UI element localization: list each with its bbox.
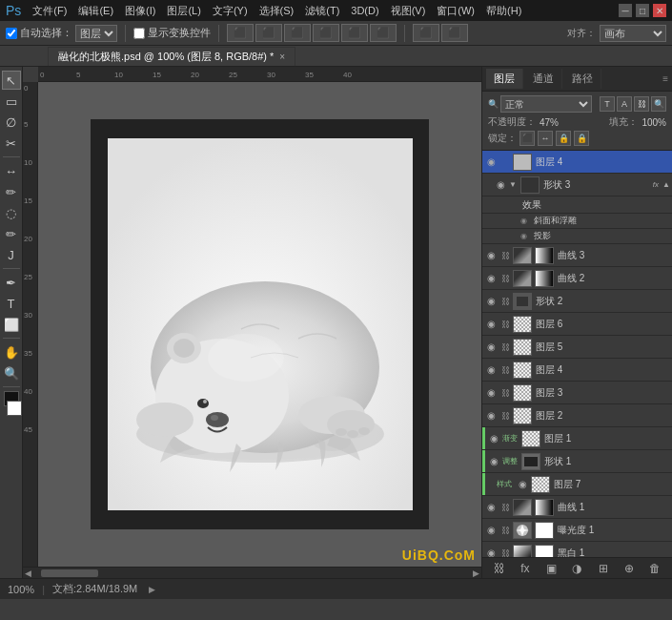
show-transform-checkbox[interactable] <box>133 28 145 39</box>
align-top-button[interactable]: ⬛ <box>313 24 339 42</box>
layer-item[interactable]: 效果 <box>482 196 672 214</box>
layer-item[interactable]: 调整 形状 1 <box>482 450 672 473</box>
new-layer-button[interactable]: ⊕ <box>621 560 638 577</box>
menu-layer[interactable]: 图层(L) <box>161 2 206 20</box>
menu-view[interactable]: 视图(V) <box>385 2 432 20</box>
layer-visibility-icon[interactable] <box>484 547 498 558</box>
effect-visibility-icon[interactable]: ◉ <box>517 215 530 228</box>
align-right-button[interactable]: ⬛ <box>284 24 311 42</box>
close-button[interactable]: ✕ <box>653 4 666 17</box>
marquee-tool[interactable]: ▭ <box>2 92 21 111</box>
menu-window[interactable]: 窗口(W) <box>431 2 480 20</box>
zoom-tool[interactable]: 🔍 <box>2 363 21 382</box>
layer-item[interactable]: ⛓ 图层 4 <box>482 359 672 382</box>
layer-icon-a[interactable]: A <box>617 96 632 112</box>
auto-select-dropdown[interactable]: 图层 组 <box>75 25 117 42</box>
menu-edit[interactable]: 编辑(E) <box>72 2 119 20</box>
spot-heal-tool[interactable]: ◌ <box>2 203 21 222</box>
layer-visibility-icon[interactable] <box>484 501 498 514</box>
effect-visibility-icon[interactable]: ◉ <box>517 230 530 243</box>
panel-tab-paths[interactable]: 路径 <box>564 69 601 89</box>
layer-visibility-icon[interactable] <box>484 409 498 423</box>
layer-visibility-icon[interactable] <box>484 386 498 400</box>
link-layers-button[interactable]: ⛓ <box>491 560 508 577</box>
menu-help[interactable]: 帮助(H) <box>480 2 527 20</box>
layer-item[interactable]: ▼ 形状 3 fx ▲ <box>482 174 672 196</box>
layer-item[interactable]: 样式 图层 7 <box>482 473 672 496</box>
layer-icon-t[interactable]: T <box>600 96 615 112</box>
layer-item[interactable]: ⛓ 曲线 3 <box>482 244 672 267</box>
layer-visibility-icon[interactable] <box>484 155 498 169</box>
lock-all-btn[interactable]: 🔒 <box>574 131 589 146</box>
lasso-tool[interactable]: ∅ <box>2 113 21 132</box>
hand-tool[interactable]: ✋ <box>2 342 21 362</box>
align-left-button[interactable]: ⬛ <box>227 24 254 42</box>
layer-visibility-icon[interactable] <box>484 524 498 537</box>
lock-image-btn[interactable]: ↔ <box>538 131 553 146</box>
menu-filter[interactable]: 滤镜(T) <box>299 2 345 20</box>
add-style-button[interactable]: fx <box>517 560 534 577</box>
crop-tool[interactable]: ↔ <box>2 161 21 180</box>
layer-item[interactable]: 图层 4 <box>482 151 672 174</box>
layer-visibility-icon[interactable] <box>494 178 507 192</box>
layer-item[interactable]: 渐变 图层 1 <box>482 427 672 450</box>
layer-icon-search[interactable]: 🔍 <box>651 96 666 112</box>
layer-item[interactable]: ◉ 斜面和浮雕 <box>482 214 672 229</box>
blend-mode-select[interactable]: 正常 溶解 正片叠底 <box>500 95 592 113</box>
add-group-button[interactable]: ⊞ <box>595 560 612 577</box>
delete-layer-button[interactable]: 🗑 <box>646 560 663 577</box>
align-bottom-button[interactable]: ⬛ <box>370 24 397 42</box>
maximize-button[interactable]: □ <box>636 4 649 17</box>
layer-item[interactable]: ⛓ 图层 5 <box>482 336 672 359</box>
background-color[interactable] <box>7 401 22 416</box>
layer-visibility-icon[interactable] <box>484 272 498 285</box>
eyedropper-tool[interactable]: ✏ <box>2 182 21 201</box>
menu-file[interactable]: 文件(F) <box>27 2 72 20</box>
layer-visibility-icon[interactable] <box>484 318 498 331</box>
distribute-v-button[interactable]: ⬛ <box>441 24 468 42</box>
brush-tool[interactable]: ✏ <box>2 224 21 243</box>
layer-item[interactable]: ⛓ 形状 2 <box>482 290 672 313</box>
layer-item[interactable]: ⛓ 图层 6 <box>482 313 672 336</box>
layer-visibility-icon[interactable] <box>487 432 500 445</box>
layer-item[interactable]: ⛓ 图层 3 <box>482 382 672 404</box>
shape-tool[interactable]: ⬜ <box>2 315 21 334</box>
layer-visibility-icon[interactable] <box>484 341 498 354</box>
minimize-button[interactable]: ─ <box>619 4 632 17</box>
layer-visibility-icon[interactable] <box>516 478 529 491</box>
layer-icon-chain[interactable]: ⛓ <box>634 96 649 112</box>
layer-item[interactable]: ⛓ 曲线 1 <box>482 496 672 519</box>
layer-visibility-icon[interactable] <box>487 455 500 468</box>
align-center-v-button[interactable]: ⬛ <box>341 24 368 42</box>
move-tool[interactable]: ↖ <box>2 71 21 90</box>
menu-3d[interactable]: 3D(D) <box>345 3 384 18</box>
layer-item[interactable]: ⛓ 曲线 2 <box>482 267 672 290</box>
panel-tab-channels[interactable]: 通道 <box>525 69 562 89</box>
lock-transparent-btn[interactable]: ⬛ <box>519 131 535 146</box>
clone-tool[interactable]: J <box>2 245 21 264</box>
distribute-h-button[interactable]: ⬛ <box>413 24 439 42</box>
menu-image[interactable]: 图像(I) <box>119 2 161 20</box>
menu-text[interactable]: 文字(Y) <box>207 2 254 20</box>
layer-item[interactable]: ⛓ 曝光度 1 <box>482 519 672 542</box>
layer-visibility-icon[interactable] <box>484 249 498 262</box>
panel-tab-layers[interactable]: 图层 <box>486 69 523 89</box>
active-document-tab[interactable]: 融化的北极熊.psd @ 100% (图层 8, RGB/8#) * × <box>48 47 295 66</box>
doc-size-arrow[interactable]: ▶ <box>149 585 155 594</box>
tab-close-button[interactable]: × <box>279 52 285 62</box>
canvas-hscroll[interactable]: ◀ ▶ <box>23 567 481 578</box>
arrange-select[interactable]: 画布 选区 <box>600 25 666 42</box>
layer-item[interactable]: ⛓ 黑白 1 <box>482 542 672 557</box>
quick-select-tool[interactable]: ✂ <box>2 134 21 153</box>
layer-visibility-icon[interactable] <box>484 295 498 308</box>
layer-item[interactable]: ⛓ 图层 2 <box>482 404 672 427</box>
pen-tool[interactable]: ✒ <box>2 273 21 292</box>
add-adjustment-button[interactable]: ◑ <box>568 560 585 577</box>
auto-select-checkbox[interactable] <box>6 28 17 39</box>
menu-select[interactable]: 选择(S) <box>254 2 300 20</box>
add-mask-button[interactable]: ▣ <box>542 560 560 577</box>
layer-item[interactable]: ◉ 投影 <box>482 229 672 244</box>
layer-visibility-icon[interactable] <box>484 363 498 377</box>
hscroll-thumb[interactable] <box>41 569 98 577</box>
text-tool[interactable]: T <box>2 294 21 313</box>
